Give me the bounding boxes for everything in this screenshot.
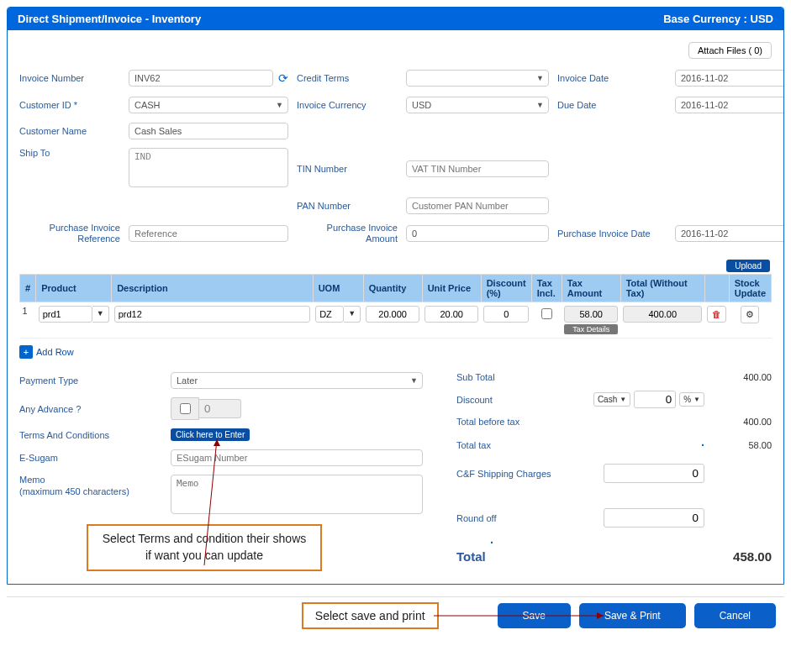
th-num: # bbox=[20, 275, 36, 302]
th-qty: Quantity bbox=[363, 275, 422, 302]
caret-down-icon: ▼ bbox=[693, 396, 700, 403]
total-tax-label: Total tax bbox=[456, 440, 591, 450]
save-callout: Select save and print bbox=[302, 602, 439, 629]
tax-amount-display bbox=[564, 306, 618, 323]
memo-textarea[interactable] bbox=[171, 475, 423, 514]
qty-input[interactable] bbox=[366, 306, 419, 323]
sub-total-label: Sub Total bbox=[456, 372, 591, 382]
invoice-date-label: Invoice Date bbox=[557, 73, 667, 83]
pid-label: Purchase Invoice Date bbox=[557, 228, 667, 239]
discount-amount-input[interactable] bbox=[634, 391, 676, 408]
caret-down-icon[interactable]: ▼ bbox=[92, 306, 109, 323]
pan-input[interactable] bbox=[406, 197, 549, 214]
line-items-table: # Product Description UOM Quantity Unit … bbox=[19, 274, 772, 339]
th-uom: UOM bbox=[313, 275, 363, 302]
credit-terms-label: Credit Terms bbox=[297, 73, 398, 83]
expand-tax-icon[interactable]: · bbox=[591, 438, 704, 452]
esugam-label: E-Sugam bbox=[19, 453, 162, 463]
terms-label: Terms And Conditions bbox=[19, 430, 162, 440]
round-off-input[interactable] bbox=[604, 508, 704, 528]
plus-icon: + bbox=[19, 345, 33, 359]
th-total: Total (Without Tax) bbox=[620, 275, 704, 302]
add-row-label: Add Row bbox=[36, 347, 74, 357]
total-tax-value: 58.00 bbox=[704, 440, 772, 450]
save-print-button[interactable]: Save & Print bbox=[579, 603, 686, 628]
stock-update-icon[interactable]: ⚙ bbox=[741, 306, 759, 323]
round-off-label: Round off bbox=[456, 513, 591, 523]
customer-name-label: Customer Name bbox=[19, 126, 120, 136]
cf-shipping-input[interactable] bbox=[604, 464, 704, 483]
row-num: 1 bbox=[20, 302, 36, 339]
description-input[interactable] bbox=[114, 306, 311, 323]
due-date-label: Due Date bbox=[557, 100, 667, 110]
base-currency-label: Base Currency : USD bbox=[663, 13, 773, 25]
advance-checkbox[interactable] bbox=[180, 403, 191, 414]
ship-to-textarea[interactable]: IND bbox=[129, 148, 288, 187]
add-row-button[interactable]: +Add Row bbox=[19, 347, 74, 357]
advance-label: Any Advance ? bbox=[19, 404, 162, 414]
payment-type-label: Payment Type bbox=[19, 375, 162, 386]
invoice-number-input[interactable] bbox=[129, 70, 273, 87]
tax-incl-checkbox[interactable] bbox=[541, 308, 552, 319]
caret-down-icon: ▼ bbox=[620, 396, 626, 403]
expand-icon[interactable]: · bbox=[490, 536, 772, 549]
th-product: Product bbox=[36, 275, 112, 302]
total-value: 458.00 bbox=[704, 549, 772, 564]
total-label: Total bbox=[456, 549, 591, 564]
advance-input[interactable] bbox=[199, 399, 241, 418]
discount-input[interactable] bbox=[483, 306, 529, 323]
invoice-number-label: Invoice Number bbox=[19, 73, 120, 83]
caret-down-icon[interactable]: ▼ bbox=[344, 306, 361, 323]
cf-shipping-label: C&F Shipping Charges bbox=[456, 469, 591, 479]
customer-name-input[interactable] bbox=[129, 123, 288, 139]
terms-callout: Select Terms and condition their shows i… bbox=[87, 524, 322, 570]
sub-total-value: 400.00 bbox=[704, 372, 772, 382]
memo-label: Memo(maximum 450 characters) bbox=[19, 475, 162, 496]
pan-label: PAN Number bbox=[297, 201, 398, 211]
caret-down-icon: ▼ bbox=[536, 101, 544, 109]
product-select[interactable] bbox=[39, 306, 92, 323]
refresh-icon[interactable]: ⟳ bbox=[278, 71, 288, 85]
caret-down-icon: ▼ bbox=[410, 376, 418, 385]
content-area: Attach Files ( 0) Invoice Number ⟳ Credi… bbox=[8, 30, 783, 584]
terms-button[interactable]: Click here to Enter bbox=[171, 428, 250, 441]
customer-id-select[interactable] bbox=[129, 97, 288, 113]
th-delete bbox=[704, 275, 729, 302]
upload-button[interactable]: Upload bbox=[726, 260, 770, 272]
th-description: Description bbox=[112, 275, 314, 302]
total-before-tax-value: 400.00 bbox=[704, 417, 772, 427]
due-date-input[interactable] bbox=[675, 97, 784, 113]
th-discount: Discount (%) bbox=[481, 275, 531, 302]
cancel-button[interactable]: Cancel bbox=[694, 603, 776, 628]
pid-input[interactable] bbox=[675, 225, 784, 242]
discount-unit-select[interactable]: % ▼ bbox=[679, 392, 704, 407]
table-row: 1 ▼ ▼ bbox=[20, 302, 772, 339]
uom-select[interactable] bbox=[315, 306, 344, 323]
invoice-currency-select[interactable] bbox=[406, 97, 549, 113]
ship-to-label: Ship To bbox=[19, 148, 120, 158]
caret-down-icon: ▼ bbox=[536, 74, 544, 82]
tin-input[interactable] bbox=[406, 160, 549, 177]
payment-type-select[interactable] bbox=[171, 372, 423, 389]
unit-price-input[interactable] bbox=[425, 306, 478, 323]
trash-icon[interactable]: 🗑 bbox=[707, 306, 726, 323]
credit-terms-select[interactable] bbox=[406, 70, 549, 87]
window-title: Direct Shipment/Invoice - Inventory bbox=[18, 13, 201, 25]
invoice-currency-label: Invoice Currency bbox=[297, 100, 398, 110]
pir-input[interactable] bbox=[129, 225, 288, 242]
caret-down-icon: ▼ bbox=[276, 101, 283, 109]
attach-files-button[interactable]: Attach Files ( 0) bbox=[688, 42, 772, 59]
invoice-date-input[interactable] bbox=[675, 70, 784, 87]
row-total-display bbox=[623, 306, 702, 323]
tin-label: TIN Number bbox=[297, 164, 398, 174]
tax-details-button[interactable]: Tax Details bbox=[564, 324, 618, 334]
header-form: Invoice Number ⟳ Credit Terms ▼ Invoice … bbox=[19, 69, 772, 244]
discount-label: Discount bbox=[456, 395, 591, 405]
discount-type-select[interactable]: Cash ▼ bbox=[593, 392, 630, 407]
th-stock-update: Stock Update bbox=[729, 275, 771, 302]
th-tax-amount: Tax Amount bbox=[562, 275, 620, 302]
esugam-input[interactable] bbox=[171, 449, 423, 466]
footer-bar: Select save and print Save Save & Print … bbox=[7, 596, 784, 634]
pia-input[interactable] bbox=[406, 225, 549, 242]
save-button[interactable]: Save bbox=[498, 603, 571, 628]
